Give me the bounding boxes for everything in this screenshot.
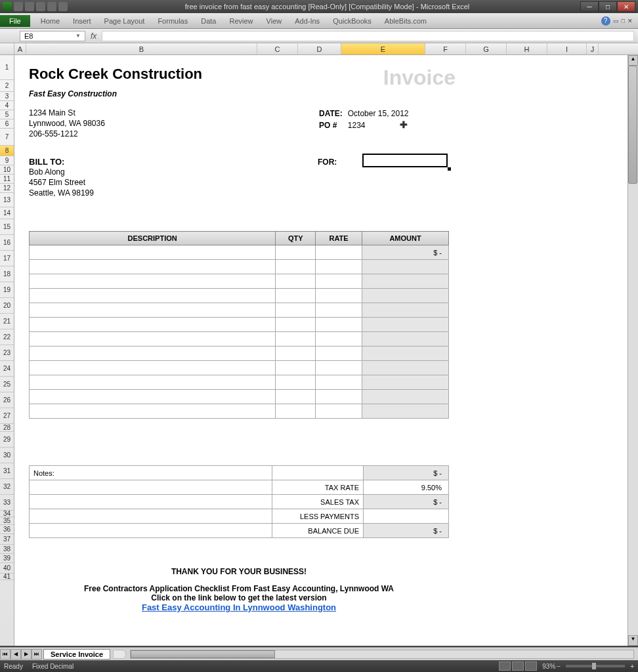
- cell[interactable]: [276, 318, 316, 332]
- sheet-tab[interactable]: Service Invoice: [43, 649, 110, 660]
- column-header-B[interactable]: B: [26, 43, 257, 54]
- row-header-14[interactable]: 14: [0, 207, 14, 219]
- notes-cell[interactable]: [30, 495, 272, 509]
- row-header-27[interactable]: 27: [0, 408, 14, 424]
- row-header-7[interactable]: 7: [0, 129, 14, 146]
- row-header-38[interactable]: 38: [0, 545, 14, 554]
- notes-cell[interactable]: [30, 524, 272, 538]
- cell[interactable]: [276, 375, 316, 390]
- row-header-16[interactable]: 16: [0, 235, 14, 251]
- row-header-1[interactable]: 1: [0, 55, 14, 80]
- row-header-36[interactable]: 36: [0, 525, 14, 534]
- row-header-41[interactable]: 41: [0, 574, 14, 580]
- cell[interactable]: [276, 390, 316, 404]
- name-box[interactable]: E8 ▼: [20, 31, 85, 41]
- less-payments-value[interactable]: [364, 509, 449, 524]
- cell[interactable]: [316, 274, 362, 289]
- amount-cell[interactable]: [362, 289, 449, 303]
- tax-rate-value[interactable]: 9.50%: [364, 480, 449, 495]
- cell[interactable]: [316, 390, 362, 404]
- cell[interactable]: [276, 289, 316, 303]
- scroll-up-button[interactable]: ▲: [628, 55, 638, 66]
- save-icon[interactable]: [14, 2, 23, 11]
- column-header-E[interactable]: E: [341, 43, 425, 54]
- view-page-break-button[interactable]: [525, 662, 537, 671]
- ribbon-tab-review[interactable]: Review: [223, 15, 259, 27]
- zoom-slider[interactable]: [566, 665, 625, 667]
- cell[interactable]: [316, 318, 362, 332]
- row-header-35[interactable]: 35: [0, 517, 14, 525]
- sheet-area[interactable]: Rock Creek Construction Invoice Fast Eas…: [14, 55, 638, 646]
- amount-cell[interactable]: [362, 361, 449, 375]
- ribbon-tab-formulas[interactable]: Formulas: [151, 15, 194, 27]
- close-button[interactable]: ✕: [617, 1, 635, 12]
- ribbon-tab-home[interactable]: Home: [34, 15, 66, 27]
- cell[interactable]: [316, 260, 362, 274]
- undo-icon[interactable]: [25, 2, 34, 11]
- cell[interactable]: [276, 260, 316, 274]
- amount-cell[interactable]: [362, 274, 449, 289]
- cell[interactable]: [276, 361, 316, 375]
- vertical-scrollbar[interactable]: ▲ ▼: [627, 55, 638, 646]
- cell[interactable]: [316, 346, 362, 361]
- amount-cell[interactable]: [362, 318, 449, 332]
- column-header-C[interactable]: C: [257, 43, 298, 54]
- ribbon-minimize-icon[interactable]: ▭: [613, 18, 619, 24]
- row-header-11[interactable]: 11: [0, 175, 14, 184]
- ribbon-tab-page-layout[interactable]: Page Layout: [98, 15, 152, 27]
- cell[interactable]: [316, 289, 362, 303]
- cell[interactable]: [30, 318, 276, 332]
- column-header-A[interactable]: A: [14, 43, 26, 54]
- ribbon-tab-quickbooks[interactable]: QuickBooks: [326, 15, 378, 27]
- cell[interactable]: [316, 404, 362, 419]
- cell[interactable]: [30, 260, 276, 274]
- cell[interactable]: [316, 332, 362, 346]
- cell[interactable]: [30, 346, 276, 361]
- column-header-F[interactable]: F: [425, 43, 466, 54]
- ribbon-tab-insert[interactable]: Insert: [66, 15, 98, 27]
- row-header-6[interactable]: 6: [0, 119, 14, 129]
- row-header-26[interactable]: 26: [0, 392, 14, 408]
- row-header-18[interactable]: 18: [0, 266, 14, 282]
- row-header-23[interactable]: 23: [0, 345, 14, 361]
- cell[interactable]: [276, 332, 316, 346]
- cell[interactable]: [316, 303, 362, 318]
- notes-cell[interactable]: [30, 480, 272, 495]
- file-tab[interactable]: File: [0, 15, 30, 27]
- row-header-15[interactable]: 15: [0, 219, 14, 235]
- redo-icon[interactable]: [36, 2, 45, 11]
- row-header-17[interactable]: 17: [0, 251, 14, 266]
- row-header-31[interactable]: 31: [0, 463, 14, 479]
- cell[interactable]: [30, 332, 276, 346]
- scroll-down-button[interactable]: ▼: [628, 635, 638, 646]
- amount-cell[interactable]: [362, 375, 449, 390]
- cell[interactable]: [30, 404, 276, 419]
- maximize-button[interactable]: □: [599, 1, 617, 12]
- column-header-D[interactable]: D: [298, 43, 341, 54]
- row-header-5[interactable]: 5: [0, 110, 14, 119]
- cell[interactable]: [276, 274, 316, 289]
- row-header-28[interactable]: 28: [0, 424, 14, 432]
- cell[interactable]: [316, 361, 362, 375]
- active-cell-selection[interactable]: [362, 154, 448, 167]
- horizontal-scrollbar[interactable]: [130, 650, 634, 659]
- cell[interactable]: [30, 303, 276, 318]
- view-page-layout-button[interactable]: [512, 662, 524, 671]
- row-header-8[interactable]: 8: [0, 146, 14, 156]
- sheet-nav-next[interactable]: ▶: [21, 649, 32, 660]
- zoom-knob[interactable]: [592, 663, 596, 669]
- minimize-button[interactable]: ─: [580, 1, 599, 12]
- amount-cell[interactable]: [362, 390, 449, 404]
- sheet-nav-last[interactable]: ⏭: [32, 649, 42, 660]
- zoom-out-button[interactable]: −: [557, 663, 561, 670]
- ribbon-tab-addins[interactable]: Add-Ins: [288, 15, 326, 27]
- notes-cell[interactable]: [30, 509, 272, 524]
- sheet-nav-prev[interactable]: ◀: [11, 649, 21, 660]
- cell[interactable]: [30, 245, 276, 260]
- sheet-nav-first[interactable]: ⏮: [0, 649, 11, 660]
- row-header-20[interactable]: 20: [0, 298, 14, 314]
- zoom-in-button[interactable]: +: [630, 663, 634, 670]
- row-header-12[interactable]: 12: [0, 184, 14, 193]
- column-header-G[interactable]: G: [466, 43, 507, 54]
- footer-link[interactable]: Fast Easy Accounting In Lynnwood Washing…: [142, 602, 336, 612]
